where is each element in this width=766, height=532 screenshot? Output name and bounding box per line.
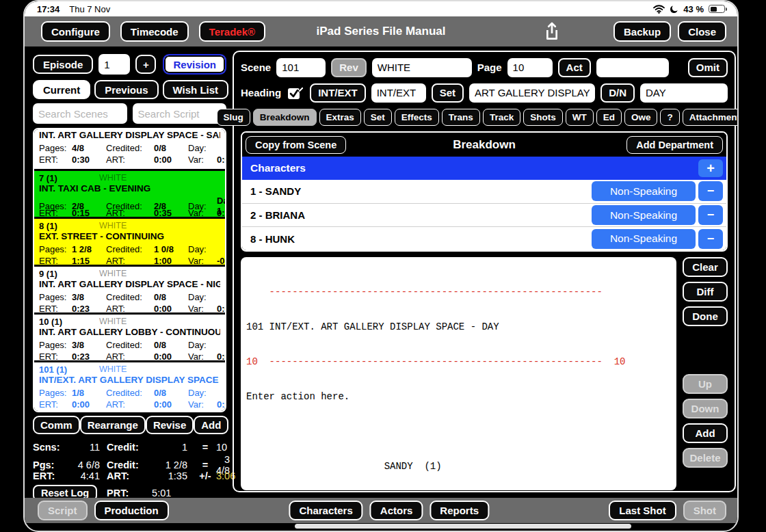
up-button[interactable]: Up bbox=[683, 374, 728, 394]
day-night-button[interactable]: D/N bbox=[600, 83, 635, 103]
scene-list-item[interactable]: 9 (1)WHITE INT. ART GALLERY DISPLAY SPAC… bbox=[34, 267, 225, 312]
tab-shots[interactable]: Shots bbox=[523, 109, 563, 126]
tab-ed[interactable]: Ed bbox=[596, 109, 622, 126]
tab-wish-list[interactable]: Wish List bbox=[163, 80, 229, 99]
comm-button[interactable]: Comm bbox=[33, 416, 80, 434]
scene-list-item-selected[interactable]: 101 (1)WHITE INT/EXT. ART GALLERY DISPLA… bbox=[34, 362, 225, 411]
remove-character-button[interactable]: − bbox=[698, 205, 723, 225]
tab-set[interactable]: Set bbox=[364, 109, 392, 126]
add-episode-button[interactable]: + bbox=[135, 55, 156, 74]
clock: 17:34 bbox=[37, 4, 60, 14]
int-ext-input[interactable] bbox=[371, 83, 426, 103]
done-button[interactable]: Done bbox=[683, 306, 728, 326]
scene-rule: ----------------------------------------… bbox=[246, 287, 671, 298]
scene-list-item[interactable]: 10 (1)WHITE INT. ART GALLERY LOBBY - CON… bbox=[34, 315, 225, 360]
search-script-input[interactable] bbox=[133, 103, 227, 124]
omit-button[interactable]: Omit bbox=[688, 58, 728, 77]
ipad-screenshot: 17:34 Thu 7 Nov 43 % bbox=[0, 0, 766, 532]
remove-character-button[interactable]: − bbox=[698, 229, 723, 249]
characters-department-header[interactable]: Characters + bbox=[242, 157, 726, 180]
moon-icon bbox=[670, 5, 678, 14]
day-night-input[interactable] bbox=[640, 83, 728, 103]
page-number-input[interactable] bbox=[507, 58, 553, 77]
script-preview[interactable]: ----------------------------------------… bbox=[241, 257, 676, 490]
scene-list-item[interactable]: 7 (1)WHITE INT. TAXI CAB - EVENING Pages… bbox=[34, 171, 225, 217]
character-row[interactable]: 1 - SANDY Non-Speaking − bbox=[242, 180, 726, 204]
teradek-button[interactable]: Teradek® bbox=[199, 21, 265, 42]
prt-label: PRT: bbox=[107, 488, 144, 498]
delete-button[interactable]: Delete bbox=[683, 448, 728, 468]
revise-button[interactable]: Revise bbox=[146, 416, 194, 434]
production-button[interactable]: Production bbox=[94, 501, 169, 520]
actors-button[interactable]: Actors bbox=[370, 501, 423, 520]
act-input[interactable] bbox=[596, 58, 669, 77]
set-input[interactable] bbox=[469, 83, 595, 103]
scene-list-item[interactable]: 8 (1)WHITE EXT. STREET - CONTINUING Page… bbox=[34, 219, 225, 265]
home-indicator[interactable] bbox=[295, 524, 631, 529]
add-character-button[interactable]: + bbox=[698, 159, 723, 177]
tab-current[interactable]: Current bbox=[33, 80, 90, 99]
act-button[interactable]: Act bbox=[558, 58, 591, 77]
reports-button[interactable]: Reports bbox=[430, 501, 489, 520]
tab-track[interactable]: Track bbox=[483, 109, 520, 126]
set-button[interactable]: Set bbox=[432, 83, 464, 103]
tab-question[interactable]: ? bbox=[660, 109, 679, 126]
add-scene-button[interactable]: Add bbox=[194, 416, 228, 434]
heading-edit-checkbox-icon[interactable] bbox=[287, 85, 304, 101]
tab-attachments[interactable]: Attachments bbox=[683, 109, 739, 126]
character-row[interactable]: 2 - BRIANA Non-Speaking − bbox=[242, 204, 726, 228]
tab-slug[interactable]: Slug bbox=[217, 109, 250, 126]
share-icon[interactable] bbox=[541, 21, 563, 42]
scene-list-item[interactable]: INT. ART GALLERY DISPLAY SPACE - SAME...… bbox=[34, 129, 225, 169]
script-button[interactable]: Script bbox=[38, 501, 88, 520]
close-button[interactable]: Close bbox=[678, 21, 726, 42]
last-shot-button[interactable]: Last Shot bbox=[609, 501, 676, 520]
revision-button[interactable]: Revision bbox=[163, 54, 226, 75]
tab-effects[interactable]: Effects bbox=[395, 109, 439, 126]
timecode-button[interactable]: Timecode bbox=[120, 21, 189, 42]
tab-wt[interactable]: WT bbox=[566, 109, 594, 126]
tab-previous[interactable]: Previous bbox=[94, 80, 158, 99]
speaking-toggle-button[interactable]: Non-Speaking bbox=[592, 229, 696, 249]
add-element-button[interactable]: Add bbox=[683, 423, 728, 443]
status-bar: 17:34 Thu 7 Nov 43 % bbox=[25, 1, 737, 16]
top-toolbar: Configure Timecode Teradek® iPad Series … bbox=[25, 16, 737, 46]
minus-icon: − bbox=[707, 208, 715, 222]
scene-number-input[interactable] bbox=[276, 58, 326, 77]
script-actions-column: Clear Diff Done Up Down Add Delete bbox=[683, 257, 728, 490]
episode-button[interactable]: Episode bbox=[33, 55, 93, 74]
character-row[interactable]: 8 - HUNK Non-Speaking − bbox=[242, 227, 726, 250]
clear-button[interactable]: Clear bbox=[683, 257, 728, 277]
int-ext-button[interactable]: INT/EXT bbox=[310, 83, 366, 103]
remove-character-button[interactable]: − bbox=[698, 181, 723, 201]
tab-owe[interactable]: Owe bbox=[624, 109, 658, 126]
down-button[interactable]: Down bbox=[683, 399, 728, 418]
date: Thu 7 Nov bbox=[69, 4, 110, 14]
app-title: iPad Series File Manual bbox=[317, 25, 446, 38]
tab-breakdown[interactable]: Breakdown bbox=[253, 109, 317, 126]
speaking-toggle-button[interactable]: Non-Speaking bbox=[592, 205, 696, 225]
rev-color-input[interactable] bbox=[372, 58, 472, 77]
diff-button[interactable]: Diff bbox=[683, 282, 728, 302]
shot-button[interactable]: Shot bbox=[683, 501, 726, 520]
search-scenes-input[interactable] bbox=[33, 103, 127, 124]
scene-detail-panel: Scene Rev Page Act Omit Heading bbox=[233, 51, 736, 492]
action-line: Enter action here. bbox=[246, 391, 671, 403]
wifi-icon bbox=[653, 5, 665, 14]
tab-extras[interactable]: Extras bbox=[319, 109, 361, 126]
rev-button[interactable]: Rev bbox=[331, 58, 367, 77]
scene-list: INT. ART GALLERY DISPLAY SPACE - SAME...… bbox=[33, 128, 226, 412]
tab-trans[interactable]: Trans bbox=[442, 109, 480, 126]
add-department-button[interactable]: Add Department bbox=[626, 136, 723, 154]
scene-number-rule: 10 -------------------------------------… bbox=[246, 356, 671, 368]
copy-from-scene-button[interactable]: Copy from Scene bbox=[246, 136, 346, 154]
backup-button[interactable]: Backup bbox=[613, 21, 671, 42]
scene-heading-line: 101 INT/EXT. ART GALLERY DISPLAY SPACE -… bbox=[246, 321, 671, 333]
minus-icon: − bbox=[707, 184, 715, 198]
rearrange-button[interactable]: Rearrange bbox=[80, 416, 146, 434]
breakdown-panel: Copy from Scene Breakdown Add Department… bbox=[241, 131, 728, 252]
configure-button[interactable]: Configure bbox=[41, 21, 110, 42]
characters-button[interactable]: Characters bbox=[289, 501, 362, 520]
episode-number-input[interactable] bbox=[98, 54, 130, 75]
speaking-toggle-button[interactable]: Non-Speaking bbox=[592, 181, 696, 201]
